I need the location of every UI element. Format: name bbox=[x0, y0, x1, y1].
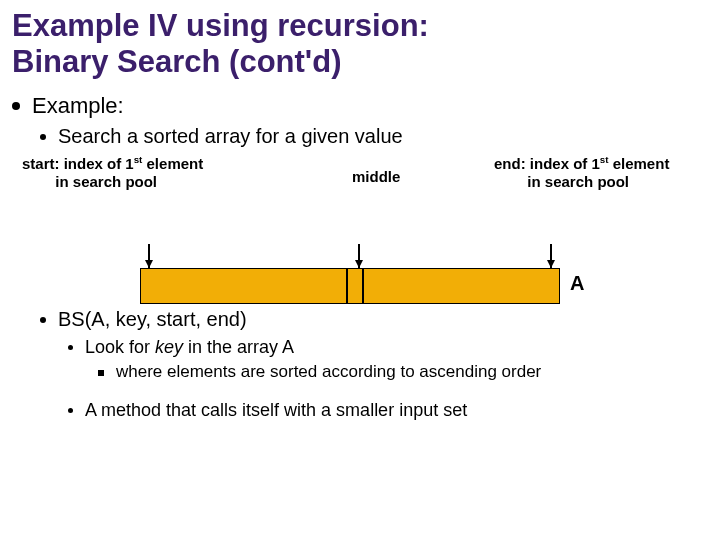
bullet-dot-icon bbox=[68, 345, 73, 350]
bullet-example: Example: bbox=[12, 93, 708, 119]
title-line2: Binary Search (cont'd) bbox=[12, 44, 342, 79]
bullet-look-for-key-text: Look for key in the array A bbox=[85, 337, 294, 358]
title-line1: Example IV using recursion: bbox=[12, 8, 429, 43]
end-label: end: index of 1st element in search pool bbox=[494, 154, 694, 191]
start-label: start: index of 1st element in search po… bbox=[22, 154, 232, 191]
array-label-A: A bbox=[570, 272, 584, 295]
bullet-dot-icon bbox=[40, 317, 46, 323]
bullet-search-sorted: Search a sorted array for a given value bbox=[40, 125, 708, 148]
bullet-sorted-ascending: where elements are sorted according to a… bbox=[98, 362, 708, 382]
bullet-example-text: Example: bbox=[32, 93, 124, 119]
array-divider bbox=[346, 268, 348, 304]
lower-bullets: BS(A, key, start, end) Look for key in t… bbox=[12, 308, 708, 421]
bullet-dot-icon bbox=[40, 134, 46, 140]
bullet-calls-itself-text: A method that calls itself with a smalle… bbox=[85, 400, 467, 421]
array-diagram bbox=[140, 268, 560, 304]
arrowhead-middle-icon bbox=[355, 260, 363, 268]
array-rect bbox=[140, 268, 560, 304]
array-divider bbox=[362, 268, 364, 304]
pointer-labels-row: start: index of 1st element in search po… bbox=[12, 154, 708, 208]
bullet-square-icon bbox=[98, 370, 104, 376]
bullet-bs-text: BS(A, key, start, end) bbox=[58, 308, 247, 331]
middle-label: middle bbox=[352, 168, 400, 185]
bullet-look-for-key: Look for key in the array A bbox=[68, 337, 708, 358]
arrowhead-start-icon bbox=[145, 260, 153, 268]
slide-title: Example IV using recursion: Binary Searc… bbox=[12, 8, 708, 79]
bullet-bs: BS(A, key, start, end) bbox=[40, 308, 708, 331]
bullet-search-sorted-text: Search a sorted array for a given value bbox=[58, 125, 403, 148]
bullet-dot-icon bbox=[68, 408, 73, 413]
arrowhead-end-icon bbox=[547, 260, 555, 268]
bullet-sorted-ascending-text: where elements are sorted according to a… bbox=[116, 362, 541, 382]
bullet-calls-itself: A method that calls itself with a smalle… bbox=[68, 400, 708, 421]
bullet-dot-icon bbox=[12, 102, 20, 110]
